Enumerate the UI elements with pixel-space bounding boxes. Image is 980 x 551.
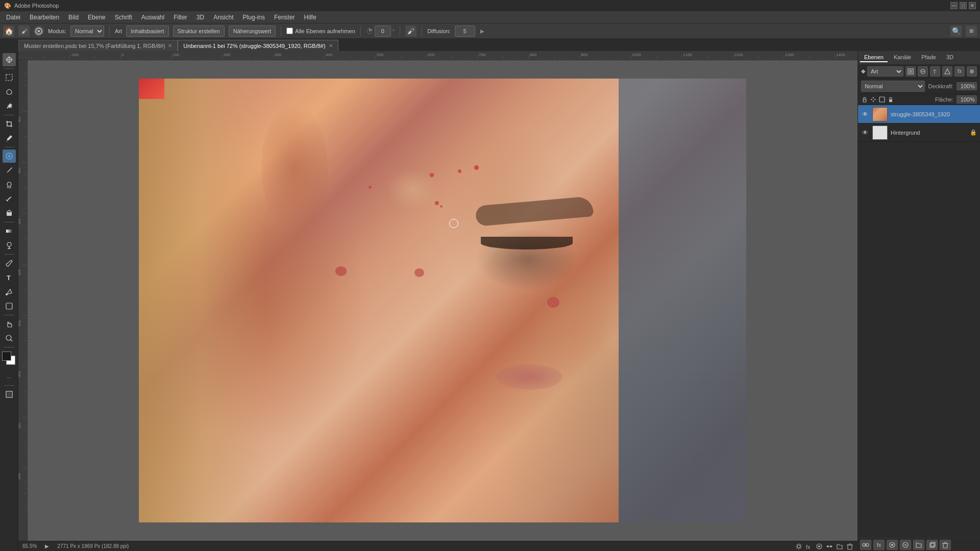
search-icon[interactable]: 🔍 [950, 26, 962, 37]
arrange-icon[interactable]: ⊞ [966, 26, 977, 37]
tool-home-icon[interactable]: 🏠 [3, 26, 14, 37]
menu-fenster[interactable]: Fenster [270, 13, 299, 22]
filter-adjust-btn[interactable] [918, 66, 928, 77]
tool-eyedropper[interactable] [3, 132, 16, 145]
tool-gradient[interactable] [3, 224, 16, 238]
tab-ebenen[interactable]: Ebenen [860, 53, 888, 62]
tab-kanaele[interactable]: Kanäle [890, 53, 915, 62]
tool-frame[interactable] [3, 388, 16, 401]
ruler-left: 100200300400500600700800 [18, 60, 28, 541]
tool-lasso[interactable] [3, 85, 16, 98]
tool-hand[interactable] [3, 317, 16, 331]
fill-value[interactable]: 100% [957, 95, 977, 104]
menu-ebene[interactable]: Ebene [84, 13, 110, 22]
tool-zoom[interactable] [3, 332, 16, 345]
inhaltsbasiert-btn[interactable]: Inhaltsbasiert [126, 26, 168, 37]
divider4 [400, 26, 400, 36]
svg-rect-579 [943, 543, 947, 548]
mode-select[interactable]: Normal [70, 26, 104, 37]
blend-mode-select[interactable]: Normal Multiplizieren Bildschirm Überlag… [861, 81, 925, 92]
delete-layer-btn[interactable] [940, 540, 951, 550]
menu-plugins[interactable]: Plug-ins [239, 13, 269, 22]
tool-magic-wand[interactable] [3, 99, 16, 113]
tab-muster[interactable]: Muster erstellen.psdc bei 15,7% (Farbfül… [18, 40, 178, 51]
tool-move[interactable] [3, 53, 16, 66]
menu-ansicht[interactable]: Ansicht [209, 13, 237, 22]
layer-row-struggle[interactable]: 👁 struggle-3805349_1920 [858, 105, 980, 123]
title-bar-controls[interactable]: — □ ✕ [950, 2, 976, 9]
status-gear-icon [795, 543, 802, 550]
tool-pen[interactable] [3, 257, 16, 270]
layer-lock-icon: 🔒 [970, 129, 977, 136]
canvas-viewport[interactable] [28, 60, 857, 541]
tool-crop[interactable] [3, 117, 16, 131]
tab-unbenannt-close[interactable]: ✕ [329, 43, 333, 48]
create-group-btn[interactable] [913, 540, 924, 550]
menu-auswahl[interactable]: Auswahl [137, 13, 168, 22]
tool-extra[interactable]: … [3, 370, 16, 383]
layer-eye-hintergrund[interactable]: 👁 [861, 129, 869, 137]
spot-3 [474, 165, 479, 170]
status-arrow[interactable]: ▶ [45, 543, 49, 549]
ear-overlay [261, 104, 328, 232]
link-layers-btn[interactable] [860, 540, 871, 550]
tool-marquee[interactable] [3, 71, 16, 84]
maximize-button[interactable]: □ [960, 2, 967, 9]
foreground-color-swatch[interactable] [2, 352, 11, 361]
brush-size-icon[interactable] [34, 26, 44, 36]
menu-bearbeiten[interactable]: Bearbeiten [26, 13, 63, 22]
status-trash-icon [846, 543, 853, 550]
menu-hilfe[interactable]: Hilfe [300, 13, 321, 22]
diffusion-input[interactable] [455, 26, 475, 37]
svg-text:400: 400 [18, 269, 21, 276]
tab-unbenannt[interactable]: Unbenannt-1 bei 72% (struggle-3805349_19… [178, 40, 338, 51]
color-swatches[interactable] [2, 352, 16, 366]
angle-input[interactable] [375, 26, 391, 37]
tool-eraser[interactable] [3, 207, 16, 220]
tab-pfade[interactable]: Pfade [917, 53, 940, 62]
add-mask-btn[interactable] [887, 540, 898, 550]
svg-text:500: 500 [18, 320, 21, 327]
tab-3d[interactable]: 3D [942, 53, 958, 62]
create-layer-btn[interactable] [926, 540, 938, 550]
textur-btn[interactable]: Struktur erstellen [173, 26, 225, 37]
menu-bild[interactable]: Bild [64, 13, 83, 22]
brush-options-icon[interactable]: 🖌 [18, 26, 30, 37]
filter-fx-btn[interactable]: fx [954, 66, 965, 77]
filter-pixel-btn[interactable] [905, 66, 916, 77]
tool-stamp[interactable] [3, 178, 16, 191]
tool-path-select[interactable] [3, 285, 16, 298]
add-style-btn[interactable]: fx [873, 540, 885, 550]
brush-icon2[interactable]: 🖌 [405, 26, 416, 37]
tab-muster-close[interactable]: ✕ [168, 43, 172, 48]
tool-dodge[interactable] [3, 239, 16, 252]
menu-filter[interactable]: Filter [169, 13, 191, 22]
canvas-image[interactable] [139, 79, 746, 522]
svg-point-568 [970, 69, 974, 73]
close-button[interactable]: ✕ [969, 2, 976, 9]
minimize-button[interactable]: — [950, 2, 958, 9]
layer-eye-struggle[interactable]: 👁 [861, 110, 869, 118]
divider3 [360, 26, 361, 36]
create-fill-btn[interactable] [900, 540, 911, 550]
filter-type-select[interactable]: Art [867, 66, 903, 77]
tool-history-brush[interactable] [3, 192, 16, 206]
alle-ebenen-checkbox[interactable] [286, 28, 293, 34]
opacity-value[interactable]: 100% [957, 82, 977, 90]
tool-text[interactable]: T [3, 271, 16, 284]
tool-brush[interactable] [3, 164, 16, 177]
bg-blur [619, 79, 746, 522]
svg-rect-571 [889, 99, 892, 102]
tool-shape[interactable] [3, 299, 16, 313]
naehr-btn[interactable]: Näherungswert [229, 26, 276, 37]
filter-toggle-btn[interactable] [967, 66, 977, 77]
tool-spot-healing[interactable] [3, 149, 16, 163]
filter-shape-btn[interactable] [942, 66, 952, 77]
alle-ebenen-wrap[interactable]: Alle Ebenen aufnehmen [286, 28, 355, 34]
layer-row-hintergrund[interactable]: 👁 Hintergrund 🔒 [858, 123, 980, 142]
filter-text-btn[interactable]: T [930, 66, 940, 77]
menu-datei[interactable]: Datei [2, 13, 24, 22]
svg-point-11 [6, 293, 8, 295]
menu-3d[interactable]: 3D [192, 13, 208, 22]
menu-schrift[interactable]: Schrift [111, 13, 136, 22]
